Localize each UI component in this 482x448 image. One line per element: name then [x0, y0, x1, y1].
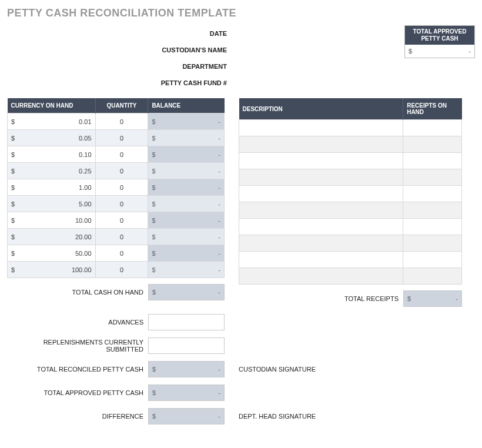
table-row — [239, 202, 462, 219]
th-receipts: RECEIPTS ON HAND — [403, 98, 462, 120]
description-cell[interactable] — [239, 219, 403, 235]
approved-box: TOTAL APPROVED PETTY CASH $ - — [404, 25, 475, 58]
dash: - — [456, 295, 458, 302]
label-custodian-signature: CUSTODIAN SIGNATURE — [225, 366, 316, 373]
label-total-reconciled: TOTAL RECONCILED PETTY CASH — [7, 366, 148, 373]
receipts-cell[interactable] — [403, 120, 462, 136]
table-row: $0.010$- — [8, 113, 225, 130]
quantity-cell[interactable]: 0 — [95, 113, 148, 130]
row-total-approved: TOTAL APPROVED PETTY CASH $ - — [7, 385, 475, 401]
sym: $ — [152, 389, 156, 396]
th-quantity: QUANTITY — [95, 98, 148, 113]
value-total-cash-on-hand[interactable]: $ - — [148, 284, 225, 300]
receipts-cell[interactable] — [403, 219, 462, 235]
quantity-cell[interactable]: 0 — [95, 179, 148, 196]
description-cell[interactable] — [239, 235, 403, 252]
value-total-approved[interactable]: $ - — [148, 385, 225, 401]
description-cell[interactable] — [239, 136, 403, 153]
balance-cell[interactable]: $- — [148, 113, 225, 130]
input-replenishments[interactable] — [148, 337, 225, 354]
table-row — [239, 169, 462, 186]
receipts-cell[interactable] — [403, 252, 462, 268]
approved-header: TOTAL APPROVED PETTY CASH — [405, 26, 474, 45]
balance-cell[interactable]: $- — [148, 146, 225, 163]
quantity-cell[interactable]: 0 — [95, 245, 148, 262]
left-column: CURRENCY ON HAND QUANTITY BALANCE $0.010… — [7, 98, 225, 300]
quantity-cell[interactable]: 0 — [95, 130, 148, 146]
quantity-cell[interactable]: 0 — [95, 196, 148, 212]
input-advances[interactable] — [148, 314, 225, 330]
table-row — [239, 268, 462, 285]
description-cell[interactable] — [239, 202, 403, 219]
department-label: DEPARTMENT — [7, 63, 230, 70]
currency-cell[interactable]: $0.25 — [8, 163, 96, 179]
sym: $ — [152, 413, 156, 420]
balance-cell[interactable]: $- — [148, 262, 225, 278]
description-cell[interactable] — [239, 153, 403, 169]
table-row: $5.000$- — [8, 196, 225, 212]
value-total-receipts[interactable]: $ - — [403, 290, 462, 307]
table-row — [239, 186, 462, 202]
receipts-cell[interactable] — [403, 136, 462, 153]
description-cell[interactable] — [239, 186, 403, 202]
description-cell[interactable] — [239, 268, 403, 285]
quantity-cell[interactable]: 0 — [95, 229, 148, 245]
balance-cell[interactable]: $- — [148, 229, 225, 245]
balance-cell[interactable]: $- — [148, 245, 225, 262]
receipts-cell[interactable] — [403, 202, 462, 219]
balance-cell[interactable]: $- — [148, 163, 225, 179]
currency-table: CURRENCY ON HAND QUANTITY BALANCE $0.010… — [7, 98, 225, 278]
label-total-receipts: TOTAL RECEIPTS — [239, 295, 403, 302]
label-replenishments: REPLENISHMENTS CURRENTLY SUBMITTED — [7, 339, 148, 353]
table-row: $0.250$- — [8, 163, 225, 179]
table-row — [239, 219, 462, 235]
approved-amount: - — [468, 48, 471, 55]
table-row: $20.000$- — [8, 229, 225, 245]
tables-row: CURRENCY ON HAND QUANTITY BALANCE $0.010… — [7, 98, 475, 307]
currency-cell[interactable]: $0.05 — [8, 130, 96, 146]
currency-cell[interactable]: $50.00 — [8, 245, 96, 262]
balance-cell[interactable]: $- — [148, 196, 225, 212]
currency-cell[interactable]: $0.01 — [8, 113, 96, 130]
field-fund: PETTY CASH FUND # — [7, 75, 242, 91]
currency-cell[interactable]: $0.10 — [8, 146, 96, 163]
row-difference: DIFFERENCE $ - DEPT. HEAD SIGNATURE — [7, 408, 475, 424]
currency-cell[interactable]: $5.00 — [8, 196, 96, 212]
balance-cell[interactable]: $- — [148, 212, 225, 229]
currency-cell[interactable]: $100.00 — [8, 262, 96, 278]
value-total-reconciled[interactable]: $ - — [148, 361, 225, 377]
currency-cell[interactable]: $20.00 — [8, 229, 96, 245]
quantity-cell[interactable]: 0 — [95, 146, 148, 163]
table-row — [239, 252, 462, 268]
receipts-cell[interactable] — [403, 169, 462, 186]
value-difference[interactable]: $ - — [148, 408, 225, 424]
balance-cell[interactable]: $- — [148, 179, 225, 196]
quantity-cell[interactable]: 0 — [95, 262, 148, 278]
row-replenishments: REPLENISHMENTS CURRENTLY SUBMITTED — [7, 337, 475, 354]
receipts-cell[interactable] — [403, 186, 462, 202]
dash: - — [218, 389, 220, 396]
field-department: DEPARTMENT — [7, 58, 242, 75]
balance-cell[interactable]: $- — [148, 130, 225, 146]
field-custodian: CUSTODIAN'S NAME — [7, 42, 242, 58]
sym: $ — [407, 295, 411, 302]
date-label: DATE — [7, 30, 230, 37]
currency-cell[interactable]: $10.00 — [8, 212, 96, 229]
description-cell[interactable] — [239, 120, 403, 136]
th-description: DESCRIPTION — [239, 98, 403, 120]
summary-stack: ADVANCES REPLENISHMENTS CURRENTLY SUBMIT… — [7, 314, 475, 424]
quantity-cell[interactable]: 0 — [95, 212, 148, 229]
currency-cell[interactable]: $1.00 — [8, 179, 96, 196]
quantity-cell[interactable]: 0 — [95, 163, 148, 179]
receipts-cell[interactable] — [403, 268, 462, 285]
table-row: $0.100$- — [8, 146, 225, 163]
description-cell[interactable] — [239, 169, 403, 186]
approved-value[interactable]: $ - — [405, 45, 474, 58]
info-fields: DATE CUSTODIAN'S NAME DEPARTMENT PETTY C… — [7, 25, 242, 91]
th-currency: CURRENCY ON HAND — [8, 98, 96, 113]
description-cell[interactable] — [239, 252, 403, 268]
receipts-cell[interactable] — [403, 235, 462, 252]
sym: $ — [152, 366, 156, 373]
label-dept-signature: DEPT. HEAD SIGNATURE — [225, 413, 316, 420]
receipts-cell[interactable] — [403, 153, 462, 169]
